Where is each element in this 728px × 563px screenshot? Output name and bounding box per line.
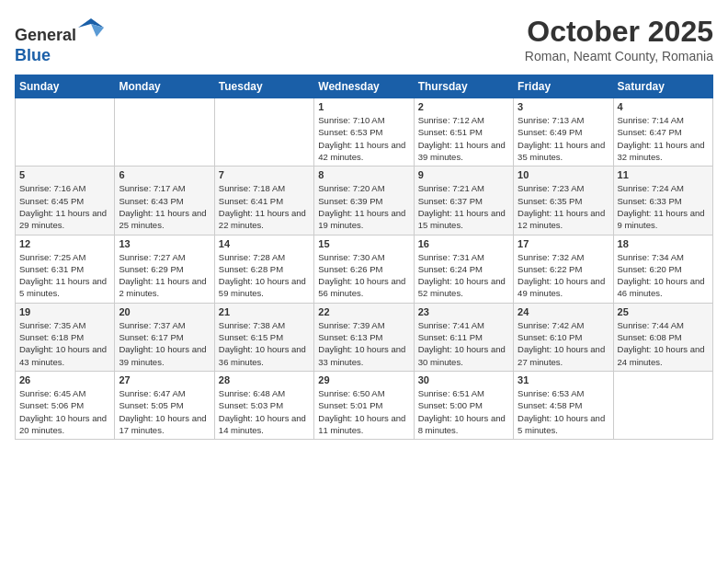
day-info: Sunrise: 6:47 AM Sunset: 5:05 PM Dayligh… bbox=[119, 387, 210, 436]
page-header: General Blue October 2025 Roman, Neamt C… bbox=[15, 15, 713, 65]
day-info: Sunrise: 7:16 AM Sunset: 6:45 PM Dayligh… bbox=[19, 182, 110, 231]
calendar-cell: 26Sunrise: 6:45 AM Sunset: 5:06 PM Dayli… bbox=[16, 371, 115, 439]
day-info: Sunrise: 7:13 AM Sunset: 6:49 PM Dayligh… bbox=[518, 114, 609, 163]
day-info: Sunrise: 7:23 AM Sunset: 6:35 PM Dayligh… bbox=[518, 182, 609, 231]
calendar-week-row: 1Sunrise: 7:10 AM Sunset: 6:53 PM Daylig… bbox=[16, 98, 713, 167]
day-number: 26 bbox=[19, 374, 110, 385]
calendar-week-row: 5Sunrise: 7:16 AM Sunset: 6:45 PM Daylig… bbox=[16, 167, 713, 235]
day-number: 7 bbox=[219, 169, 310, 180]
calendar-cell: 12Sunrise: 7:25 AM Sunset: 6:31 PM Dayli… bbox=[16, 235, 115, 303]
day-number: 12 bbox=[19, 238, 110, 249]
day-info: Sunrise: 6:53 AM Sunset: 4:58 PM Dayligh… bbox=[518, 387, 609, 436]
day-info: Sunrise: 7:35 AM Sunset: 6:18 PM Dayligh… bbox=[19, 319, 110, 368]
day-info: Sunrise: 7:39 AM Sunset: 6:13 PM Dayligh… bbox=[318, 319, 409, 368]
day-number: 23 bbox=[418, 306, 509, 317]
day-number: 31 bbox=[518, 374, 609, 385]
calendar-cell: 18Sunrise: 7:34 AM Sunset: 6:20 PM Dayli… bbox=[613, 235, 712, 303]
calendar-cell bbox=[115, 98, 214, 167]
calendar-cell: 22Sunrise: 7:39 AM Sunset: 6:13 PM Dayli… bbox=[314, 303, 414, 371]
calendar-cell: 21Sunrise: 7:38 AM Sunset: 6:15 PM Dayli… bbox=[214, 303, 313, 371]
day-info: Sunrise: 6:48 AM Sunset: 5:03 PM Dayligh… bbox=[219, 387, 310, 436]
calendar-cell: 25Sunrise: 7:44 AM Sunset: 6:08 PM Dayli… bbox=[613, 303, 712, 371]
day-number: 6 bbox=[119, 169, 210, 180]
calendar-cell: 17Sunrise: 7:32 AM Sunset: 6:22 PM Dayli… bbox=[514, 235, 613, 303]
weekday-header-friday: Friday bbox=[514, 75, 613, 98]
day-info: Sunrise: 7:37 AM Sunset: 6:17 PM Dayligh… bbox=[119, 319, 210, 368]
calendar-cell: 8Sunrise: 7:20 AM Sunset: 6:39 PM Daylig… bbox=[314, 167, 414, 235]
day-number: 24 bbox=[518, 306, 609, 317]
calendar-cell: 23Sunrise: 7:41 AM Sunset: 6:11 PM Dayli… bbox=[414, 303, 513, 371]
day-info: Sunrise: 7:20 AM Sunset: 6:39 PM Dayligh… bbox=[318, 182, 409, 231]
day-number: 20 bbox=[119, 306, 210, 317]
day-info: Sunrise: 7:32 AM Sunset: 6:22 PM Dayligh… bbox=[518, 251, 609, 300]
weekday-header-thursday: Thursday bbox=[414, 75, 513, 98]
day-number: 4 bbox=[618, 101, 709, 112]
day-info: Sunrise: 7:30 AM Sunset: 6:26 PM Dayligh… bbox=[318, 251, 409, 300]
day-info: Sunrise: 7:44 AM Sunset: 6:08 PM Dayligh… bbox=[618, 319, 709, 368]
day-number: 13 bbox=[119, 238, 210, 249]
calendar-cell bbox=[214, 98, 313, 167]
day-number: 22 bbox=[318, 306, 409, 317]
calendar-cell: 6Sunrise: 7:17 AM Sunset: 6:43 PM Daylig… bbox=[115, 167, 214, 235]
day-number: 14 bbox=[219, 238, 310, 249]
day-number: 30 bbox=[418, 374, 509, 385]
day-info: Sunrise: 7:28 AM Sunset: 6:28 PM Dayligh… bbox=[219, 251, 310, 300]
calendar-cell: 28Sunrise: 6:48 AM Sunset: 5:03 PM Dayli… bbox=[214, 371, 313, 439]
logo-bird-icon bbox=[78, 15, 104, 40]
calendar-cell: 7Sunrise: 7:18 AM Sunset: 6:41 PM Daylig… bbox=[214, 167, 313, 235]
calendar-cell: 10Sunrise: 7:23 AM Sunset: 6:35 PM Dayli… bbox=[514, 167, 613, 235]
weekday-header-row: SundayMondayTuesdayWednesdayThursdayFrid… bbox=[16, 75, 713, 98]
day-info: Sunrise: 7:17 AM Sunset: 6:43 PM Dayligh… bbox=[119, 182, 210, 231]
month-title: October 2025 bbox=[525, 15, 713, 49]
calendar-table: SundayMondayTuesdayWednesdayThursdayFrid… bbox=[15, 75, 713, 440]
calendar-cell: 24Sunrise: 7:42 AM Sunset: 6:10 PM Dayli… bbox=[514, 303, 613, 371]
calendar-cell: 19Sunrise: 7:35 AM Sunset: 6:18 PM Dayli… bbox=[16, 303, 115, 371]
day-info: Sunrise: 7:18 AM Sunset: 6:41 PM Dayligh… bbox=[219, 182, 310, 231]
weekday-header-monday: Monday bbox=[115, 75, 214, 98]
calendar-cell: 1Sunrise: 7:10 AM Sunset: 6:53 PM Daylig… bbox=[314, 98, 414, 167]
day-info: Sunrise: 7:25 AM Sunset: 6:31 PM Dayligh… bbox=[19, 251, 110, 300]
svg-marker-0 bbox=[78, 18, 104, 28]
day-number: 17 bbox=[518, 238, 609, 249]
day-number: 10 bbox=[518, 169, 609, 180]
logo: General Blue bbox=[15, 15, 104, 65]
day-number: 16 bbox=[418, 238, 509, 249]
day-info: Sunrise: 7:12 AM Sunset: 6:51 PM Dayligh… bbox=[418, 114, 509, 163]
day-info: Sunrise: 7:24 AM Sunset: 6:33 PM Dayligh… bbox=[618, 182, 709, 231]
calendar-week-row: 12Sunrise: 7:25 AM Sunset: 6:31 PM Dayli… bbox=[16, 235, 713, 303]
calendar-cell: 2Sunrise: 7:12 AM Sunset: 6:51 PM Daylig… bbox=[414, 98, 513, 167]
logo-general: General bbox=[15, 26, 76, 44]
logo-blue: Blue bbox=[15, 46, 51, 64]
calendar-cell bbox=[16, 98, 115, 167]
day-info: Sunrise: 7:42 AM Sunset: 6:10 PM Dayligh… bbox=[518, 319, 609, 368]
day-number: 1 bbox=[318, 101, 409, 112]
day-info: Sunrise: 7:41 AM Sunset: 6:11 PM Dayligh… bbox=[418, 319, 509, 368]
calendar-cell: 3Sunrise: 7:13 AM Sunset: 6:49 PM Daylig… bbox=[514, 98, 613, 167]
day-number: 27 bbox=[119, 374, 210, 385]
day-info: Sunrise: 7:14 AM Sunset: 6:47 PM Dayligh… bbox=[618, 114, 709, 163]
location-subtitle: Roman, Neamt County, Romania bbox=[525, 49, 713, 63]
day-number: 9 bbox=[418, 169, 509, 180]
day-info: Sunrise: 7:34 AM Sunset: 6:20 PM Dayligh… bbox=[618, 251, 709, 300]
day-info: Sunrise: 7:27 AM Sunset: 6:29 PM Dayligh… bbox=[119, 251, 210, 300]
day-number: 29 bbox=[318, 374, 409, 385]
weekday-header-saturday: Saturday bbox=[613, 75, 712, 98]
calendar-cell: 5Sunrise: 7:16 AM Sunset: 6:45 PM Daylig… bbox=[16, 167, 115, 235]
calendar-cell: 29Sunrise: 6:50 AM Sunset: 5:01 PM Dayli… bbox=[314, 371, 414, 439]
day-number: 15 bbox=[318, 238, 409, 249]
day-number: 2 bbox=[418, 101, 509, 112]
weekday-header-wednesday: Wednesday bbox=[314, 75, 414, 98]
title-section: October 2025 Roman, Neamt County, Romani… bbox=[525, 15, 713, 63]
calendar-cell: 9Sunrise: 7:21 AM Sunset: 6:37 PM Daylig… bbox=[414, 167, 513, 235]
svg-marker-1 bbox=[91, 24, 104, 37]
day-info: Sunrise: 7:21 AM Sunset: 6:37 PM Dayligh… bbox=[418, 182, 509, 231]
calendar-cell: 14Sunrise: 7:28 AM Sunset: 6:28 PM Dayli… bbox=[214, 235, 313, 303]
day-info: Sunrise: 7:31 AM Sunset: 6:24 PM Dayligh… bbox=[418, 251, 509, 300]
day-info: Sunrise: 6:45 AM Sunset: 5:06 PM Dayligh… bbox=[19, 387, 110, 436]
calendar-cell: 31Sunrise: 6:53 AM Sunset: 4:58 PM Dayli… bbox=[514, 371, 613, 439]
day-info: Sunrise: 7:10 AM Sunset: 6:53 PM Dayligh… bbox=[318, 114, 409, 163]
weekday-header-sunday: Sunday bbox=[16, 75, 115, 98]
calendar-cell: 4Sunrise: 7:14 AM Sunset: 6:47 PM Daylig… bbox=[613, 98, 712, 167]
weekday-header-tuesday: Tuesday bbox=[214, 75, 313, 98]
day-info: Sunrise: 6:50 AM Sunset: 5:01 PM Dayligh… bbox=[318, 387, 409, 436]
